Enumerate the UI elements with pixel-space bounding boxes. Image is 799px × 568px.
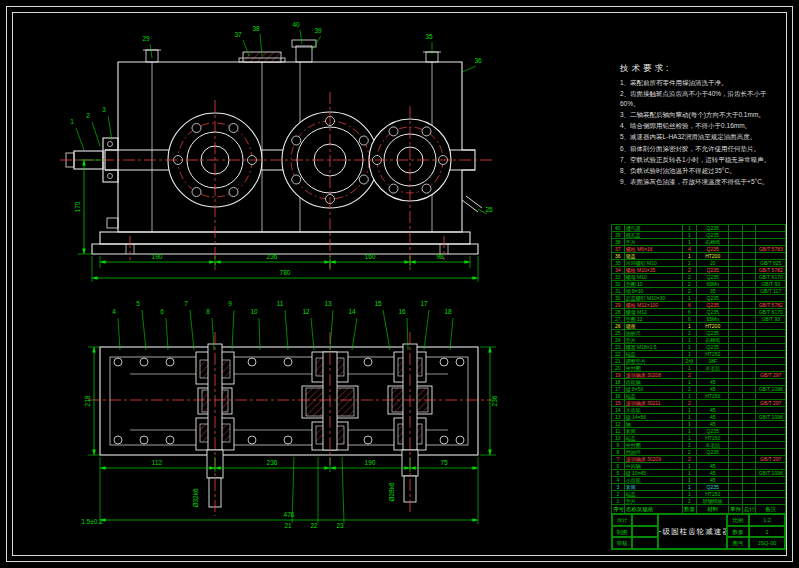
tech-item: 1、装配前所有零件用煤油清洗干净。 (620, 78, 786, 88)
bom-cell (742, 344, 756, 351)
bom-cell (742, 498, 756, 505)
bom-cell: 22 (612, 351, 625, 358)
bom-cell: Q235 (697, 295, 729, 302)
bom-cell: 螺母 M12 (624, 309, 682, 316)
bom-cell: 45 (697, 477, 729, 484)
bom-cell: 羊毛毡 (697, 442, 729, 449)
bom-cell (742, 477, 756, 484)
bom-cell (742, 267, 756, 274)
bom-cell: 1 (682, 470, 697, 477)
bom-row: 3套筒1Q235 (612, 484, 786, 491)
bom-cell: 垫片 (624, 337, 682, 344)
bom-cell: 通气器 (624, 225, 682, 232)
bom-cell: 38 (612, 239, 625, 246)
bom-row: 4小齿轮145 (612, 477, 786, 484)
bom-cell: 16 (612, 393, 625, 400)
callout-number: 10 (250, 308, 258, 315)
bom-row: 11套筒1Q235 (612, 428, 786, 435)
bom-row: 7滚动轴承 302092GB/T 297 (612, 456, 786, 463)
bom-cell: 1 (682, 491, 697, 498)
bom-cell: 视孔盖 (624, 232, 682, 239)
bom-cell: 吊环螺钉 M10 (624, 260, 682, 267)
bom-cell (729, 288, 743, 295)
bom-cell: 24 (612, 337, 625, 344)
design-name-cell (632, 514, 658, 526)
bom-cell: 箱座 (624, 323, 682, 330)
bom-cell: 45 (697, 407, 729, 414)
bom-cell: GB/T 5782 (756, 302, 786, 309)
bom-cell: 大齿轮 (624, 407, 682, 414)
bom-cell: 25 (612, 330, 625, 337)
bom-row: 28螺母 M126Q235GB/T 6170 (612, 309, 786, 316)
tech-item: 2、齿面接触斑点沿齿高不小于40%，沿齿长不小于60%。 (620, 89, 786, 109)
dimension-label: 236 (491, 395, 498, 406)
dimension-label: 780 (280, 269, 291, 276)
callout-number: 29 (142, 35, 150, 42)
callout-number: 40 (292, 21, 300, 28)
bom-cell (729, 372, 743, 379)
bom-row: 10端盖1HT150 (612, 435, 786, 442)
annotations: 1902361609878017023619011275476236218293… (70, 21, 498, 529)
drawing-no-value: JSQ-00 (749, 537, 785, 549)
bom-cell: 19 (612, 372, 625, 379)
bom-row: 34螺栓 M10×352Q235GB/T 5782 (612, 267, 786, 274)
bom-cell (742, 309, 756, 316)
bom-cell (742, 470, 756, 477)
bom-row: 17键 8×50145GB/T 1096 (612, 386, 786, 393)
bom-cell: 1 (682, 477, 697, 484)
bom-cell (729, 274, 743, 281)
extension-line (166, 318, 168, 350)
bom-cell: 65Mn (697, 281, 729, 288)
bom-cell: 端盖 (624, 393, 682, 400)
callout-number: 17 (420, 300, 428, 307)
bom-cell (742, 414, 756, 421)
callout-number: 25 (485, 206, 493, 213)
bom-cell: 1 (682, 295, 697, 302)
bom-cell (756, 498, 786, 505)
bom-cell: 箱盖 (624, 253, 682, 260)
bom-cell: 1 (682, 379, 697, 386)
bom-cell: 45 (697, 421, 729, 428)
bom-cell: 1 (682, 407, 697, 414)
bom-cell (756, 484, 786, 491)
bom-cell: 45 (697, 379, 729, 386)
bom-cell: GB/T 93 (756, 316, 786, 323)
bom-cell: 29 (612, 302, 625, 309)
bom-cell: 垫片 (624, 239, 682, 246)
bom-cell: 2 (682, 260, 697, 267)
bom-row: 29螺栓 M12×1006Q235GB/T 5782 (612, 302, 786, 309)
tech-item: 3、二轴装配后轴向窜动(每个)方向不大于0.1mm。 (620, 110, 786, 120)
bom-cell: 4 (612, 477, 625, 484)
bom-row: 12轴145 (612, 421, 786, 428)
note-label: 1.5±0.2 (81, 518, 103, 525)
bom-cell: 2 (682, 288, 697, 295)
bom-cell (729, 463, 743, 470)
bom-row: 38垫片1石棉纸 (612, 239, 786, 246)
bom-cell (742, 246, 756, 253)
bom-cell (729, 407, 743, 414)
callout-number: 39 (314, 27, 322, 34)
bom-cell (742, 316, 756, 323)
bom-cell: GB/T 297 (756, 400, 786, 407)
bom-cell: 套筒 (624, 428, 682, 435)
bom-cell (729, 330, 743, 337)
callout-number: 7 (184, 300, 188, 307)
bom-cell: 键 10×45 (624, 470, 682, 477)
bom-cell: 35 (697, 288, 729, 295)
bom-cell: 垫圈 12 (624, 316, 682, 323)
extension-line (352, 318, 357, 350)
callout-number: 5 (136, 300, 140, 307)
bom-row: 26箱座1HT200 (612, 323, 786, 330)
callout-number: 13 (324, 300, 332, 307)
bom-cell: 1 (682, 253, 697, 260)
breather (296, 46, 312, 62)
extension-line (312, 36, 321, 50)
bom-cell: GB/T 297 (756, 456, 786, 463)
bom-cell (742, 379, 756, 386)
technical-requirements: 技术要求: 1、装配前所有零件用煤油清洗干净。2、齿面接触斑点沿齿高不小于40%… (620, 62, 786, 188)
bom-cell (742, 274, 756, 281)
bom-cell (742, 484, 756, 491)
tech-requirements-title: 技术要求: (620, 62, 786, 75)
bom-row: 31销 8×30235GB/T 117 (612, 288, 786, 295)
callout-number: 12 (302, 308, 310, 315)
